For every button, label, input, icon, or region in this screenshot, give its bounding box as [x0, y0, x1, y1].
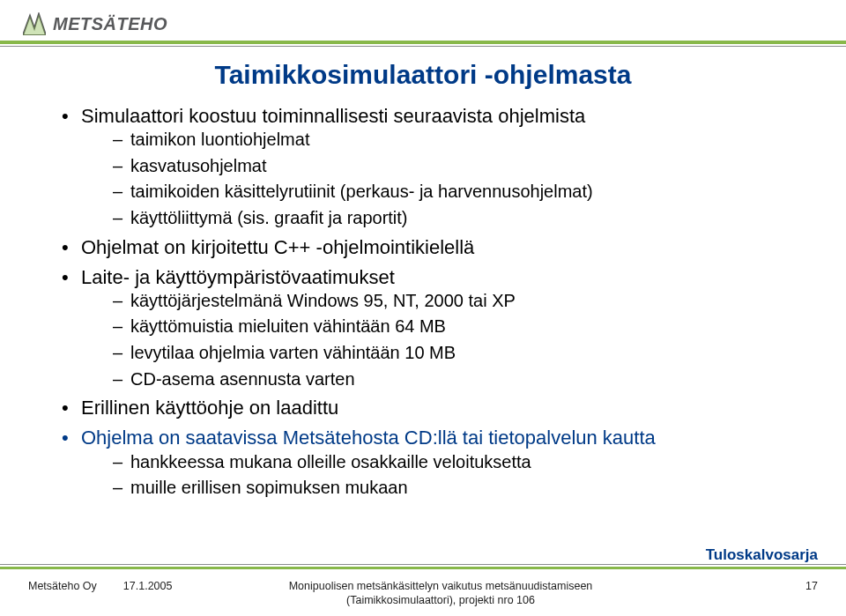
- series-label: Tuloskalvosarja: [706, 546, 818, 564]
- sub-bullet: käyttömuistia mieluiten vähintään 64 MB: [81, 315, 798, 338]
- footer-company: Metsäteho Oy: [28, 580, 97, 592]
- sub-bullet: kasvatusohjelmat: [81, 155, 798, 178]
- sub-bullet: taimikon luontiohjelmat: [81, 129, 798, 152]
- bullet-1: Simulaattori koostuu toiminnallisesti se…: [58, 104, 798, 230]
- bullet-2-text: Ohjelmat on kirjoitettu C++ -ohjelmointi…: [81, 236, 474, 258]
- footer-center-2: (Taimikkosimulaattori), projekti nro 106: [346, 594, 535, 606]
- bullet-5: Ohjelma on saatavissa Metsätehosta CD:ll…: [58, 426, 798, 499]
- bullet-4: Erillinen käyttöohje on laadittu: [58, 396, 798, 420]
- sub-bullet: käyttöjärjestelmänä Windows 95, NT, 2000…: [81, 290, 798, 313]
- header-divider: [0, 41, 846, 47]
- header: METSÄTEHO: [0, 0, 846, 49]
- footer-date: 17.1.2005: [123, 580, 173, 592]
- bullet-3: Laite- ja käyttöympäristövaatimukset käy…: [58, 265, 798, 391]
- sub-bullet: käyttöliittymä (sis. graafit ja raportit…: [81, 207, 798, 230]
- bullet-2: Ohjelmat on kirjoitettu C++ -ohjelmointi…: [58, 235, 798, 260]
- slide-title: Taimikkosimulaattori -ohjelmasta: [0, 60, 846, 90]
- bullet-1-text: Simulaattori koostuu toiminnallisesti se…: [81, 105, 585, 127]
- footer-left: Metsäteho Oy 17.1.2005: [28, 580, 172, 592]
- sub-bullet: CD-asema asennusta varten: [81, 368, 798, 391]
- sub-bullet: muille erillisen sopimuksen mukaan: [81, 477, 798, 500]
- sub-bullet: levytilaa ohjelmia varten vähintään 10 M…: [81, 342, 798, 365]
- footer-center-1: Monipuolisen metsänkäsittelyn vaikutus m…: [289, 580, 593, 592]
- content-area: Simulaattori koostuu toiminnallisesti se…: [58, 104, 798, 505]
- bullet-5-text: Ohjelma on saatavissa Metsätehosta CD:ll…: [81, 427, 656, 449]
- sub-bullet: hankkeessa mukana olleille osakkaille ve…: [81, 451, 798, 474]
- bullet-4-text: Erillinen käyttöohje on laadittu: [81, 397, 338, 419]
- logo-icon: [23, 12, 46, 35]
- sub-bullet: taimikoiden käsittelyrutiinit (perkaus- …: [81, 181, 798, 204]
- footer-row: Metsäteho Oy 17.1.2005 Monipuolisen mets…: [0, 576, 846, 612]
- logo: METSÄTEHO: [23, 12, 167, 35]
- footer-divider: [0, 564, 846, 569]
- logo-text: METSÄTEHO: [53, 14, 167, 34]
- slide: METSÄTEHO Taimikkosimulaattori -ohjelmas…: [0, 0, 846, 616]
- page-number: 17: [805, 580, 818, 592]
- bullet-3-text: Laite- ja käyttöympäristövaatimukset: [81, 266, 395, 288]
- footer-center: Monipuolisen metsänkäsittelyn vaikutus m…: [256, 580, 626, 607]
